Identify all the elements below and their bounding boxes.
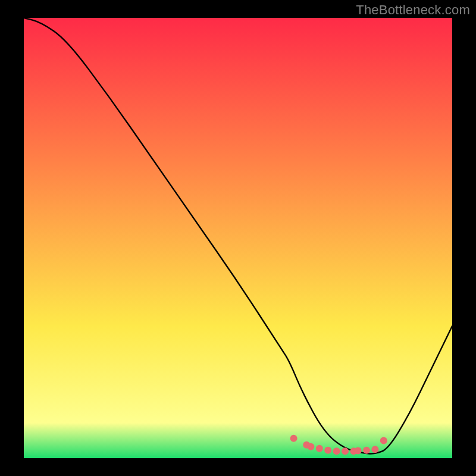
watermark-label: TheBottleneck.com (356, 2, 470, 18)
marker-dot (342, 447, 349, 455)
gradient-background (24, 18, 452, 458)
marker-dot (371, 446, 378, 453)
chart-frame: TheBottleneck.com (0, 0, 476, 476)
marker-dot (355, 447, 362, 454)
bottleneck-chart (24, 18, 452, 458)
marker-dot (324, 447, 331, 454)
marker-dot (307, 443, 314, 450)
marker-dot (316, 445, 323, 452)
marker-dot (363, 447, 370, 454)
marker-dot (380, 437, 387, 444)
marker-dot (333, 447, 340, 455)
marker-dot (290, 435, 298, 442)
